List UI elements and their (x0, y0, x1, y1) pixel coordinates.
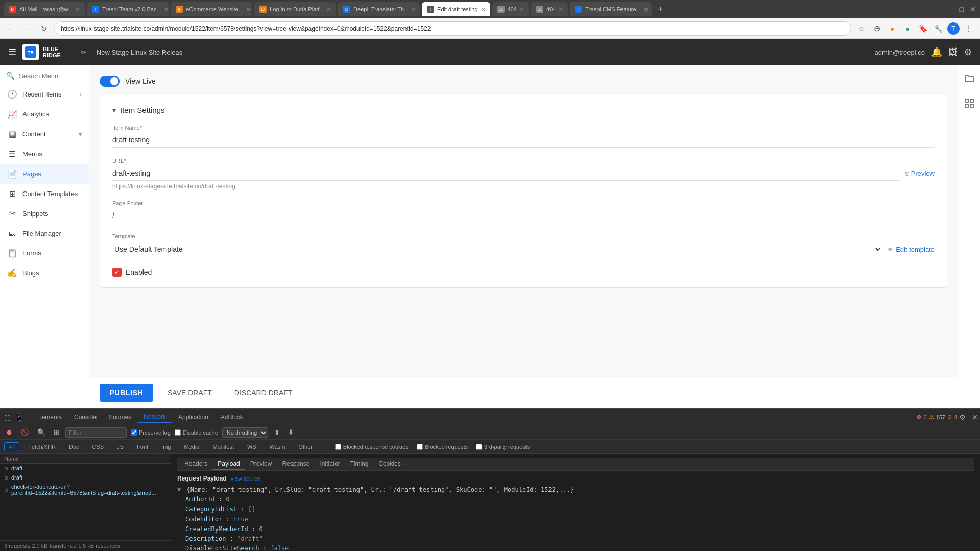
inspect-element-icon[interactable]: ⬚ (2, 411, 13, 423)
filter-img[interactable]: Img (157, 442, 175, 451)
item-name-input[interactable] (112, 133, 935, 148)
devtools-tab-sources[interactable]: Sources (103, 412, 137, 423)
sidebar-item-forms[interactable]: 📋 Forms (0, 243, 89, 263)
sub-tab-preview[interactable]: Preview (245, 458, 277, 470)
publish-button[interactable]: PUBLISH (100, 384, 153, 402)
filter-js[interactable]: JS (112, 442, 128, 451)
back-button[interactable]: ← (5, 22, 17, 35)
sub-tab-response[interactable]: Response (277, 458, 315, 470)
sidebar-item-snippets[interactable]: ✂ Snippets (0, 204, 89, 224)
filter-font[interactable]: Font (132, 442, 153, 451)
close-window-button[interactable]: ✕ (970, 5, 976, 13)
profile-icon[interactable]: T (947, 22, 960, 35)
tab-close-deepl[interactable]: ✕ (412, 7, 416, 12)
extension-icon-1[interactable]: ⊕ (871, 22, 883, 35)
discard-draft-button[interactable]: DISCARD DRAFT (226, 384, 301, 402)
net-request-1[interactable]: ⊙ draft (0, 464, 171, 473)
blocked-cookies-checkbox[interactable] (335, 444, 341, 450)
devtools-tab-network[interactable]: Network (137, 411, 172, 423)
disable-cache-checkbox[interactable] (175, 429, 181, 436)
export-icon[interactable]: ⬇ (286, 427, 296, 437)
filter-wasm[interactable]: Wasm (265, 442, 290, 451)
sub-tab-headers[interactable]: Headers (179, 458, 212, 470)
device-toolbar-icon[interactable]: 📱 (13, 411, 26, 423)
network-filter-input[interactable] (65, 427, 127, 438)
search-network-icon[interactable]: 🔍 (35, 427, 47, 437)
tab-treepl-team[interactable]: T Treepl Team v7.0 Bac... ✕ (87, 2, 169, 16)
throttling-select[interactable]: No throttling (222, 427, 268, 438)
star-button[interactable]: ☆ (855, 22, 868, 35)
view-source-link[interactable]: view source (231, 475, 260, 482)
devtools-close-button[interactable]: ✕ (972, 413, 978, 421)
blocked-cookies-label[interactable]: Blocked response cookies (335, 444, 409, 450)
filter-doc[interactable]: Doc (64, 442, 84, 451)
maximize-button[interactable]: □ (960, 5, 964, 13)
sidebar-item-content[interactable]: ▦ Content ▾ (0, 124, 89, 144)
tab-edit-draft[interactable]: T Edit draft testing ✕ (422, 2, 490, 16)
import-icon[interactable]: ⬆ (272, 427, 282, 437)
right-panel-folder-icon[interactable] (961, 70, 977, 87)
tab-ecommerce[interactable]: e eCommerce Website... ✕ (171, 2, 252, 16)
filter-other[interactable]: Other (294, 442, 317, 451)
tab-treepl-cms[interactable]: T Treepl CMS Feature... ✕ (570, 2, 652, 16)
extension-icon-5[interactable]: 🔧 (932, 22, 944, 35)
tab-close-404a[interactable]: ✕ (520, 7, 524, 12)
right-panel-grid-icon[interactable] (961, 95, 977, 111)
tab-404a[interactable]: ⚠ 404 ✕ (492, 2, 529, 16)
page-folder-input[interactable] (112, 208, 935, 223)
url-input[interactable] (112, 166, 899, 181)
extension-icon-3[interactable]: ● (901, 22, 914, 35)
forward-button[interactable]: → (21, 22, 34, 35)
devtools-settings-button[interactable]: ⚙ (959, 413, 966, 421)
blocked-requests-label[interactable]: Blocked requests (417, 444, 468, 450)
net-request-3[interactable]: ⊙ check-for-duplicate-url?parentId=1522&… (0, 482, 171, 497)
sidebar-toggle-button[interactable]: ☰ (8, 46, 16, 58)
tab-404b[interactable]: ⚠ 404 ✕ (531, 2, 568, 16)
sidebar-item-pages[interactable]: 📄 Pages (0, 164, 89, 184)
tab-close-treepl-team[interactable]: ✕ (164, 7, 169, 12)
disable-cache-checkbox-label[interactable]: Disable cache (175, 429, 218, 436)
new-tab-button[interactable]: + (658, 4, 663, 15)
blocked-requests-checkbox[interactable] (417, 444, 423, 450)
preview-link[interactable]: ⎋ Preview (905, 170, 935, 177)
filter-all[interactable]: All (4, 442, 19, 451)
clear-icon[interactable]: 🚫 (19, 427, 31, 437)
sub-tab-payload[interactable]: Payload (212, 458, 245, 470)
filter-media[interactable]: Media (179, 442, 204, 451)
sidebar-item-content-templates[interactable]: ⊞ Content Templates (0, 184, 89, 204)
extension-icon-4[interactable]: 🔖 (917, 22, 929, 35)
tab-close-treepl-cms[interactable]: ✕ (644, 7, 648, 12)
sub-tab-timing[interactable]: Timing (345, 458, 374, 470)
devtools-tab-application[interactable]: Application (172, 412, 214, 423)
preserve-log-checkbox-label[interactable]: Preserve log (131, 429, 171, 436)
edit-template-link[interactable]: ✏ Edit template (888, 246, 935, 253)
template-select[interactable]: Use Default Template (112, 242, 882, 257)
sidebar-item-analytics[interactable]: 📈 Analytics (0, 104, 89, 124)
filter-network-icon[interactable]: ⊞ (52, 427, 61, 437)
preserve-log-checkbox[interactable] (131, 429, 137, 436)
settings-icon[interactable]: ⚙ (964, 46, 972, 58)
view-live-toggle[interactable] (100, 76, 120, 87)
filter-ws[interactable]: WS (243, 442, 261, 451)
tab-close-ecommerce[interactable]: ✕ (246, 7, 250, 12)
reload-button[interactable]: ↻ (38, 22, 50, 35)
extension-icon-2[interactable]: ● (886, 22, 898, 35)
search-input[interactable] (19, 72, 83, 80)
tab-close-404b[interactable]: ✕ (559, 7, 563, 12)
devtools-tab-console[interactable]: Console (68, 412, 103, 423)
net-request-2[interactable]: ⊙ draft (0, 473, 171, 482)
browser-menu-button[interactable]: ⋮ (963, 22, 975, 35)
sub-tab-initiator[interactable]: Initiator (315, 458, 345, 470)
tab-close-edit-draft[interactable]: ✕ (481, 7, 485, 12)
root-toggle[interactable]: ▼ (177, 486, 181, 493)
enabled-checkbox[interactable]: ✓ (112, 268, 122, 277)
sidebar-item-menus[interactable]: ☰ Menus (0, 144, 89, 164)
collapse-icon[interactable]: ▾ (112, 106, 116, 114)
record-icon[interactable]: ⏺ (4, 427, 15, 437)
url-bar[interactable]: https://linux-stage-site.trialsite.co/ad… (54, 21, 851, 36)
tab-mail[interactable]: M All Mail - taras.r@w... ✕ (4, 2, 85, 16)
devtools-tab-elements[interactable]: Elements (30, 412, 68, 423)
save-draft-button[interactable]: SAVE DRAFT (159, 384, 220, 402)
third-party-label[interactable]: 3rd-party requests (476, 444, 530, 450)
sidebar-item-file-manager[interactable]: 🗂 File Manager (0, 224, 89, 243)
